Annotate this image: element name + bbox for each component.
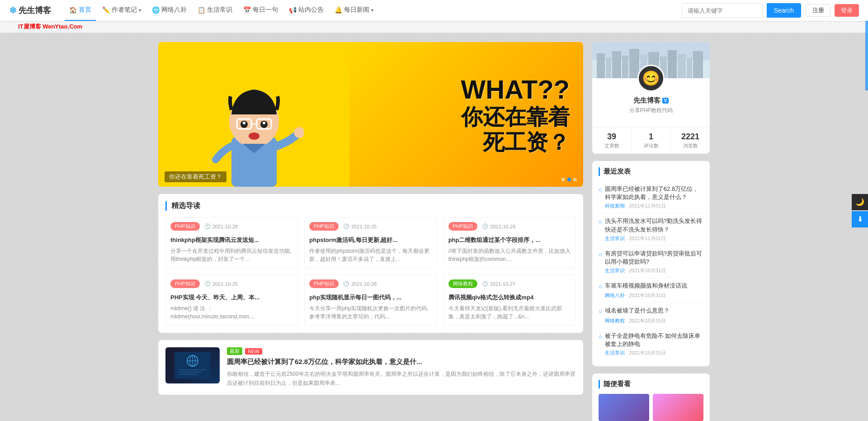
article-tag-5: 网络教程	[448, 279, 477, 288]
download-icon: ⬇	[857, 215, 863, 223]
recent-post-meta-4: 网络教程 · 2021年10月31日	[599, 317, 703, 324]
random-img-0[interactable]	[599, 394, 649, 421]
hero-dot-1[interactable]	[567, 178, 571, 181]
recent-posts-title: 最近发表	[599, 167, 703, 176]
nav-item-notes[interactable]: ✏️ 作者笔记 ▾	[98, 0, 146, 21]
nav-item-home[interactable]: 🏠 首页	[65, 0, 96, 21]
article-meta-0: 🕐2021-10-28	[204, 223, 238, 229]
recent-dot-3: ○	[599, 283, 602, 291]
latest-post-badges: 最新 NEW	[227, 347, 576, 355]
featured-section: 精选导读 PHP知识 🕐2021-10-28 thinkphp框架实现腾讯云发送…	[158, 194, 583, 333]
main-nav: 🏠 首页 ✏️ 作者笔记 ▾ 🌐 网络八卦 📋 生活常识 📅 每日一句 📢 站内…	[65, 0, 682, 21]
recent-post-title-5: ○ 被子全是静电有危险不 如何去除床单被套上的静电	[599, 332, 703, 348]
article-header-1: PHP知识 🕐2021-10-25	[309, 222, 432, 233]
article-card-0[interactable]: PHP知识 🕐2021-10-28 thinkphp框架实现腾讯云发送短... …	[165, 217, 298, 268]
recent-post-3[interactable]: ○ 车展车模视频颜值和身材没话说 网络八卦 · 2021年10月31日	[599, 278, 703, 303]
article-card-1[interactable]: PHP知识 🕐2021-10-25 phpstorm激活码,每日更新,超好...…	[304, 217, 437, 268]
recent-post-meta-5: 生活常识 · 2021年10月31日	[599, 350, 703, 356]
clock-icon-0: 🕐	[204, 223, 211, 229]
daily-icon: 📅	[243, 6, 251, 14]
profile-stats: 39 文章数 1 评论数 2221 浏览数	[592, 127, 710, 154]
search-input[interactable]	[682, 3, 763, 18]
nav-label-news: 每日新闻	[344, 6, 369, 14]
random-section: 随便看看	[592, 374, 710, 421]
articles-grid: PHP知识 🕐2021-10-28 thinkphp框架实现腾讯云发送短... …	[165, 217, 576, 326]
recent-category-1: 生活常识	[605, 236, 625, 241]
notice-icon: 📢	[289, 6, 297, 14]
dark-mode-button[interactable]: 🌙	[852, 194, 868, 210]
recent-category-4: 网络教程	[605, 318, 625, 323]
stat-comments-label: 评论数	[644, 143, 659, 148]
profile-avatar: 😊	[637, 65, 665, 92]
svg-rect-29	[668, 50, 677, 78]
top-banner-text: IT屋博客 WenYtao.Com	[18, 23, 82, 31]
nav-item-gossip[interactable]: 🌐 网络八卦	[147, 0, 191, 21]
recent-post-meta-3: 网络八卦 · 2021年10月31日	[599, 292, 703, 299]
avatar-emoji: 😊	[642, 70, 660, 87]
latest-post-excerpt: 你敢相信，建造于公元前2500年左右的明夫金字塔和圆周率有关。圆周率之所以还在计…	[227, 370, 576, 387]
svg-rect-31	[687, 58, 692, 78]
recent-dot-5: ○	[599, 333, 602, 341]
hero-slider[interactable]: WHAT?? 你还在靠着 死工资？ 你还在靠着死工资？	[158, 42, 583, 187]
latest-post-content: 最新 NEW 圆周率已经被计算到了62.8万亿位，科学家如此执着，意义是什...…	[227, 347, 576, 387]
search-area: Search	[682, 3, 801, 18]
stat-comments-num: 1	[632, 132, 670, 142]
recent-post-meta-0: 科技新闻 · 2021年11月01日	[599, 203, 703, 209]
recent-dot-1: ○	[599, 218, 602, 226]
hero-dot-2[interactable]	[573, 178, 577, 181]
recent-post-4[interactable]: ○ 域名被墙了是什么意思？ 网络教程 · 2021年10月31日	[599, 303, 703, 328]
article-card-4[interactable]: PHP知识 🕐2021-10-28 php实现随机显示每日一图代码，... 今天…	[304, 274, 437, 326]
register-button[interactable]: 注册	[806, 4, 831, 17]
recent-post-text-5: 被子全是静电有危险不 如何去除床单被套上的静电	[605, 332, 703, 348]
page-background: WHAT?? 你还在靠着 死工资？ 你还在靠着死工资？ 精选导读	[0, 33, 868, 421]
article-excerpt-0: 分享一个在开发过程中用到的腾讯云短信发送功能,用thinkphp框架的，封装了一…	[170, 247, 293, 263]
svg-point-8	[263, 122, 265, 124]
profile-card: 😊 先生博客 V 分享PHP教程代码 39 文章数 1	[592, 42, 710, 154]
recent-post-text-3: 车展车模视频颜值和身材没话说	[605, 282, 687, 290]
stat-articles: 39 文章数	[592, 128, 632, 154]
clock-icon-3: 🕐	[204, 281, 211, 287]
auth-buttons: 注册 登录	[806, 4, 859, 17]
svg-rect-23	[612, 51, 621, 78]
recent-post-title-2: ○ 有房贷可以申请贷款吗?房贷审批后可以用小额贷款吗?	[599, 250, 703, 266]
site-header: ❄ 先生博客 🏠 首页 ✏️ 作者笔记 ▾ 🌐 网络八卦 📋 生活常识 📅 每日…	[0, 0, 868, 21]
chevron-down-icon: ▾	[139, 8, 141, 13]
article-meta-1: 🕐2021-10-25	[343, 223, 377, 229]
nav-item-notice[interactable]: 📢 站内公告	[284, 0, 328, 21]
recent-post-5[interactable]: ○ 被子全是静电有危险不 如何去除床单被套上的静电 生活常识 · 2021年10…	[599, 328, 703, 360]
stat-articles-label: 文章数	[604, 143, 619, 148]
recent-post-2[interactable]: ○ 有房贷可以申请贷款吗?房贷审批后可以用小额贷款吗? 生活常识 · 2021年…	[599, 246, 703, 278]
article-card-2[interactable]: PHP知识 🕐2021-10-26 php二维数组通过某个字段排序，... //…	[443, 217, 576, 268]
recent-post-1[interactable]: ○ 洗头不用洗发水可以吗?勤洗头发长得快还是不洗头发长得快？ 生活常识 · 20…	[599, 213, 703, 246]
main-content: WHAT?? 你还在靠着 死工资？ 你还在靠着死工资？ 精选导读	[158, 42, 583, 421]
article-meta-5: 🕐2021-10-27	[482, 281, 515, 287]
svg-rect-21	[597, 53, 605, 78]
article-card-5[interactable]: 网络教程 🕐2021-10-27 腾讯视频qlv格式怎么转换成mp4 今天看得天…	[443, 274, 576, 326]
download-button[interactable]: ⬇	[852, 211, 868, 227]
badge-latest: 最新	[227, 347, 242, 355]
search-button[interactable]: Search	[767, 3, 801, 18]
recent-post-meta-1: 生活常识 · 2021年11月01日	[599, 235, 703, 242]
latest-post-card[interactable]: 最新 NEW 圆周率已经被计算到了62.8万亿位，科学家如此执着，意义是什...…	[158, 340, 583, 394]
stat-views-num: 2221	[671, 132, 710, 142]
article-card-3[interactable]: PHP知识 🕐2021-10-25 PHP实现 今天、昨天、上周、本... mk…	[165, 274, 298, 326]
article-tag-0: PHP知识	[170, 222, 200, 231]
svg-point-7	[243, 122, 245, 124]
logo-text: 先生博客	[19, 5, 51, 16]
article-header-3: PHP知识 🕐2021-10-25	[170, 279, 293, 291]
nav-item-news[interactable]: 🔔 每日新闻 ▾	[330, 0, 378, 21]
recent-post-title-4: ○ 域名被墙了是什么意思？	[599, 307, 703, 316]
site-logo[interactable]: ❄ 先生博客	[9, 5, 51, 16]
recent-post-0[interactable]: ○ 圆周率已经被计算到了62.8万亿位，科学家如此执着，意义是什么？ 科技新闻 …	[599, 181, 703, 213]
clock-icon-4: 🕐	[343, 281, 349, 287]
nav-label-home: 首页	[79, 6, 91, 14]
hero-slogan-line1: 你还在靠着	[461, 104, 570, 129]
clock-icon-1: 🕐	[343, 223, 349, 229]
random-img-1[interactable]	[653, 394, 703, 421]
nav-item-daily[interactable]: 📅 每日一句	[239, 0, 283, 21]
hero-dot-0[interactable]	[561, 178, 565, 181]
login-button[interactable]: 登录	[835, 4, 859, 17]
article-meta-3: 🕐2021-10-25	[204, 281, 238, 287]
nav-item-life[interactable]: 📋 生活常识	[193, 0, 237, 21]
svg-rect-22	[606, 58, 611, 78]
